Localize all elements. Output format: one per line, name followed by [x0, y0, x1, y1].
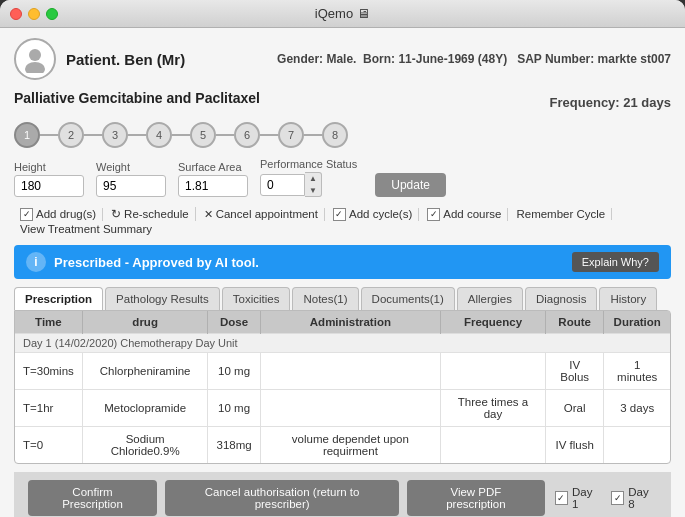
- reschedule-action[interactable]: ↻ Re-schedule: [105, 207, 196, 221]
- col-time: Time: [15, 311, 82, 334]
- day8-label: Day 8: [628, 486, 657, 510]
- confirm-prescription-button[interactable]: Confirm Prescription: [28, 480, 157, 516]
- tab-diagnosis[interactable]: Diagnosis: [525, 287, 598, 310]
- table-row: T=30mins Chlorpheniramine 10 mg IV Bolus…: [15, 353, 670, 390]
- height-field-group: Height: [14, 161, 84, 197]
- add-course-action[interactable]: ✓ Add course: [421, 208, 508, 221]
- fields-row: Height Weight Surface Area Performance S…: [14, 158, 671, 197]
- col-administration: Administration: [260, 311, 440, 334]
- maximize-button[interactable]: [46, 8, 58, 20]
- cell-route: IV flush: [545, 427, 604, 464]
- cycle-node-1[interactable]: 1: [14, 122, 40, 148]
- weight-label: Weight: [96, 161, 166, 173]
- col-duration: Duration: [604, 311, 670, 334]
- perf-spinner: ▲ ▼: [305, 172, 322, 197]
- day1-check: ✓ Day 1: [555, 486, 601, 510]
- main-content: Patient. Ben (Mr) Gender: Male. Born: 11…: [0, 28, 685, 517]
- add-drugs-check: ✓: [20, 208, 33, 221]
- avatar-icon: [21, 45, 49, 73]
- weight-field-group: Weight: [96, 161, 166, 197]
- add-drugs-action[interactable]: ✓ Add drug(s): [14, 208, 103, 221]
- tab-history[interactable]: History: [599, 287, 657, 310]
- cell-frequency: [441, 427, 546, 464]
- cancel-icon: ✕: [204, 208, 213, 221]
- day8-checkbox[interactable]: ✓: [611, 491, 624, 505]
- cell-dose: 10 mg: [208, 353, 260, 390]
- tab-allergies[interactable]: Allergies: [457, 287, 523, 310]
- remember-cycle-action[interactable]: Remember Cycle: [510, 208, 612, 220]
- table-row: T=0 Sodium Chloride0.9% 318mg volume dep…: [15, 427, 670, 464]
- add-course-check: ✓: [427, 208, 440, 221]
- cancel-appointment-action[interactable]: ✕ Cancel appointment: [198, 208, 325, 221]
- col-drug: drug: [82, 311, 208, 334]
- add-cycles-check: ✓: [333, 208, 346, 221]
- cycle-node-2[interactable]: 2: [58, 122, 84, 148]
- cell-time: T=1hr: [15, 390, 82, 427]
- perf-status-wrap: ▲ ▼: [260, 172, 357, 197]
- day8-check: ✓ Day 8: [611, 486, 657, 510]
- view-treatment-summary-action[interactable]: View Treatment Summary: [14, 223, 158, 235]
- treatment-title: Palliative Gemcitabine and Paclitaxel: [14, 90, 260, 106]
- ai-banner-left: i Prescribed - Approved by AI tool.: [26, 252, 259, 272]
- titlebar: iQemo 🖥: [0, 0, 685, 28]
- tab-prescription[interactable]: Prescription: [14, 287, 103, 310]
- perf-spin-up[interactable]: ▲: [305, 173, 321, 185]
- cycle-node-3[interactable]: 3: [102, 122, 128, 148]
- cell-duration: 1 minutes: [604, 353, 670, 390]
- cycle-nodes: 1 2 3 4 5 6 7 8: [14, 122, 671, 148]
- tab-notes[interactable]: Notes(1): [292, 287, 358, 310]
- frequency-label: Frequency: 21 days: [550, 95, 671, 110]
- cycle-node-6[interactable]: 6: [234, 122, 260, 148]
- cell-frequency: [441, 353, 546, 390]
- cycle-nodes-row: 1 2 3 4 5 6 7 8: [14, 122, 671, 148]
- col-route: Route: [545, 311, 604, 334]
- update-button[interactable]: Update: [375, 173, 446, 197]
- table-header: Time drug Dose Administration Frequency …: [15, 311, 670, 334]
- patient-name: Patient. Ben (Mr): [66, 51, 185, 68]
- height-input[interactable]: [14, 175, 84, 197]
- tabs-row: Prescription Pathology Results Toxicitie…: [14, 287, 671, 310]
- prescription-table-container: Time drug Dose Administration Frequency …: [14, 310, 671, 464]
- traffic-lights: [10, 8, 58, 20]
- cycle-connector: [216, 134, 234, 136]
- surface-area-input[interactable]: [178, 175, 248, 197]
- perf-status-input[interactable]: [260, 174, 305, 196]
- cycle-node-7[interactable]: 7: [278, 122, 304, 148]
- close-button[interactable]: [10, 8, 22, 20]
- cycle-connector: [84, 134, 102, 136]
- minimize-button[interactable]: [28, 8, 40, 20]
- day-header-cell: Day 1 (14/02/2020) Chemotherapy Day Unit: [15, 334, 670, 353]
- cell-route: IV Bolus: [545, 353, 604, 390]
- tab-toxicities[interactable]: Toxicities: [222, 287, 291, 310]
- view-pdf-button[interactable]: View PDF prescription: [407, 480, 544, 516]
- cell-time: T=0: [15, 427, 82, 464]
- cycle-node-4[interactable]: 4: [146, 122, 172, 148]
- tab-documents[interactable]: Documents(1): [361, 287, 455, 310]
- explain-why-button[interactable]: Explain Why?: [572, 252, 659, 272]
- tab-pathology[interactable]: Pathology Results: [105, 287, 220, 310]
- add-cycles-action[interactable]: ✓ Add cycle(s): [327, 208, 419, 221]
- cycle-node-8[interactable]: 8: [322, 122, 348, 148]
- cell-admin: [260, 390, 440, 427]
- cell-dose: 318mg: [208, 427, 260, 464]
- cell-time: T=30mins: [15, 353, 82, 390]
- cell-drug: Chlorpheniramine: [82, 353, 208, 390]
- ai-banner-text: Prescribed - Approved by AI tool.: [54, 255, 259, 270]
- svg-point-1: [25, 62, 45, 73]
- cancel-authorisation-button[interactable]: Cancel authorisation (return to prescrib…: [165, 480, 399, 516]
- table-row: T=1hr Metoclopramide 10 mg Three times a…: [15, 390, 670, 427]
- cycle-connector: [40, 134, 58, 136]
- cell-duration: [604, 427, 670, 464]
- col-frequency: Frequency: [441, 311, 546, 334]
- patient-header: Patient. Ben (Mr) Gender: Male. Born: 11…: [14, 38, 671, 80]
- cycle-node-5[interactable]: 5: [190, 122, 216, 148]
- weight-input[interactable]: [96, 175, 166, 197]
- reschedule-icon: ↻: [111, 207, 121, 221]
- day1-checkbox[interactable]: ✓: [555, 491, 568, 505]
- svg-point-0: [29, 49, 41, 61]
- day1-label: Day 1: [572, 486, 601, 510]
- ai-info-icon: i: [26, 252, 46, 272]
- footer-right: View PDF prescription ✓ Day 1 ✓ Day 8: [407, 480, 657, 516]
- perf-spin-down[interactable]: ▼: [305, 185, 321, 197]
- cell-admin: volume dependet upon requirment: [260, 427, 440, 464]
